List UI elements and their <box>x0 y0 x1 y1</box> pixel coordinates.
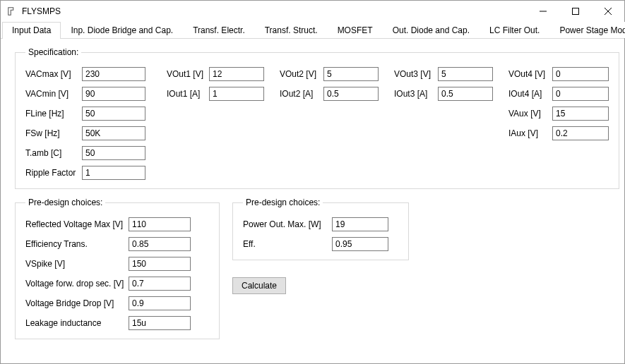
app-icon <box>6 6 18 17</box>
leak-input[interactable] <box>129 316 191 330</box>
fsw-input[interactable] <box>82 126 145 140</box>
reflv-input[interactable] <box>129 217 191 231</box>
vacmax-input[interactable] <box>82 67 145 81</box>
pout-input[interactable] <box>332 217 388 231</box>
vfsec-label: Voltage forw. drop sec. [V] <box>25 279 124 289</box>
leak-label: Leakage inductance <box>25 318 124 328</box>
tab-lc-filter[interactable]: LC Filter Out. <box>480 22 549 38</box>
vout4-input[interactable] <box>552 67 609 81</box>
vacmax-label: VACmax [V] <box>25 69 78 79</box>
app-title: FLYSMPS <box>22 6 61 16</box>
predesign-group-1: Pre-design choices: Reflected Voltage Ma… <box>15 198 220 339</box>
vout1-input[interactable] <box>209 67 264 81</box>
vacmin-label: VACmin [V] <box>25 89 78 99</box>
tab-out-diode[interactable]: Out. Diode and Cap. <box>383 22 480 38</box>
fline-input[interactable] <box>82 107 145 121</box>
ripple-label: Ripple Factor <box>25 168 78 178</box>
tab-diode-bridge[interactable]: Inp. Diode Bridge and Cap. <box>61 22 183 38</box>
iout4-input[interactable] <box>552 87 609 101</box>
pout-label: Power Out. Max. [W] <box>243 219 328 229</box>
iout2-label: IOut2 [A] <box>280 89 319 99</box>
tab-bar: Input Data Inp. Diode Bridge and Cap. Tr… <box>1 22 624 39</box>
tab-input-data[interactable]: Input Data <box>2 22 61 38</box>
vout3-label: VOut3 [V] <box>394 69 434 79</box>
window-controls <box>527 1 624 22</box>
titlebar: FLYSMPS <box>1 1 624 22</box>
close-button[interactable] <box>592 1 624 22</box>
predesign1-legend: Pre-design choices: <box>25 198 105 207</box>
vspike-label: VSpike [V] <box>25 259 124 269</box>
iaux-input[interactable] <box>552 126 609 140</box>
vout4-label: VOut4 [V] <box>508 69 548 79</box>
vbridge-label: Voltage Bridge Drop [V] <box>25 298 124 308</box>
tab-power-stage[interactable]: Power Stage Model <box>549 22 625 38</box>
reflv-label: Reflected Voltage Max [V] <box>25 219 124 229</box>
eff-trans-label: Efficiency Trans. <box>25 239 124 249</box>
specification-group: Specification: VACmax [V] VOut1 [V] VOut… <box>15 47 619 189</box>
eff2-label: Eff. <box>243 239 328 249</box>
eff2-input[interactable] <box>332 237 388 251</box>
vout3-input[interactable] <box>438 67 493 81</box>
app-window: FLYSMPS Input Data Inp. Diode Bridge and… <box>0 0 625 364</box>
vout2-input[interactable] <box>323 67 379 81</box>
predesign2-legend: Pre-design choices: <box>243 198 323 207</box>
vaux-label: VAux [V] <box>508 109 548 119</box>
vfsec-input[interactable] <box>129 277 191 291</box>
predesign-group-2: Pre-design choices: Power Out. Max. [W] … <box>232 198 409 260</box>
tab-mosfet[interactable]: MOSFET <box>328 22 383 38</box>
tab-transf-electr[interactable]: Transf. Electr. <box>183 22 255 38</box>
vacmin-input[interactable] <box>82 87 145 101</box>
iout3-input[interactable] <box>438 87 493 101</box>
iout4-label: IOut4 [A] <box>508 89 548 99</box>
iout3-label: IOut3 [A] <box>394 89 434 99</box>
tamb-input[interactable] <box>82 146 145 160</box>
vspike-input[interactable] <box>129 257 191 271</box>
tamb-label: T.amb [C] <box>25 148 78 158</box>
fsw-label: FSw [Hz] <box>25 128 78 138</box>
maximize-button[interactable] <box>559 1 592 22</box>
ripple-input[interactable] <box>82 166 145 180</box>
specification-legend: Specification: <box>25 47 81 57</box>
iout1-input[interactable] <box>209 87 264 101</box>
eff-trans-input[interactable] <box>129 237 191 251</box>
tab-content: Specification: VACmax [V] VOut1 [V] VOut… <box>1 39 624 363</box>
vaux-input[interactable] <box>552 107 609 121</box>
calculate-button[interactable]: Calculate <box>232 277 286 294</box>
minimize-button[interactable] <box>527 1 559 22</box>
iout2-input[interactable] <box>323 87 379 101</box>
vout2-label: VOut2 [V] <box>280 69 319 79</box>
fline-label: FLine [Hz] <box>25 109 78 119</box>
iaux-label: IAux [V] <box>508 128 548 138</box>
tab-transf-struct[interactable]: Transf. Struct. <box>255 22 328 38</box>
svg-rect-1 <box>573 8 579 15</box>
vout1-label: VOut1 [V] <box>167 69 205 79</box>
iout1-label: IOut1 [A] <box>167 89 205 99</box>
vbridge-input[interactable] <box>129 296 191 310</box>
